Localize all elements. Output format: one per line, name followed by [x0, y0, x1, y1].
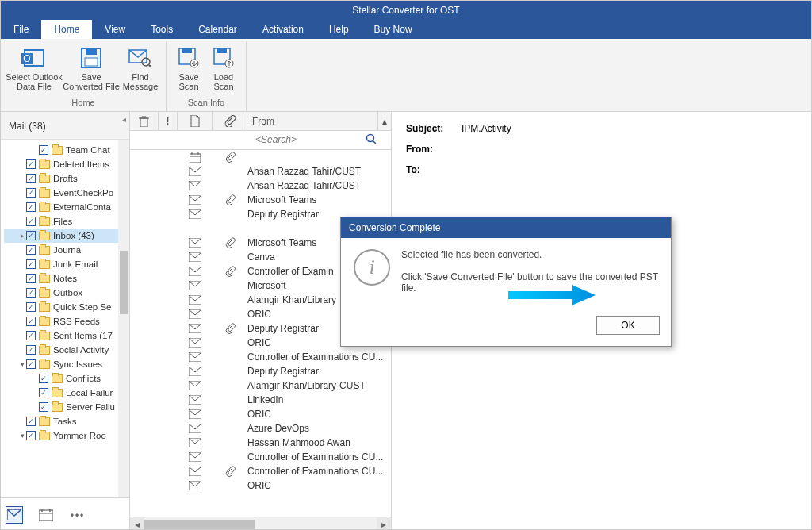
envelope-icon: [178, 352, 213, 362]
checkbox[interactable]: ✓: [26, 174, 36, 183]
folder-item[interactable]: ✓EventCheckPo: [4, 186, 129, 200]
expand-icon[interactable]: ▸: [18, 232, 26, 240]
checkbox[interactable]: ✓: [26, 431, 36, 440]
col-attachment[interactable]: [213, 112, 247, 130]
nav-scrollbar-thumb[interactable]: [120, 251, 128, 314]
message-row[interactable]: Controller of Examinations CU...: [130, 464, 391, 478]
hscroll-thumb[interactable]: [144, 520, 255, 529]
folder-label: EventCheckPo: [53, 188, 113, 198]
message-row[interactable]: Hassan Mahmood Awan: [130, 436, 391, 450]
search-icon[interactable]: [366, 133, 377, 144]
folder-item[interactable]: ✓Quick Step Se: [4, 300, 129, 314]
ribbon-label: Load Scan: [213, 72, 233, 91]
svg-rect-4: [86, 48, 97, 55]
message-row[interactable]: Controller of Examinations CU...: [130, 450, 391, 464]
mail-view-icon[interactable]: [6, 506, 23, 524]
tab-file[interactable]: File: [1, 20, 41, 39]
tab-view[interactable]: View: [92, 20, 138, 39]
checkbox[interactable]: ✓: [26, 245, 36, 255]
checkbox[interactable]: ✓: [26, 302, 36, 312]
tab-home[interactable]: Home: [41, 20, 92, 39]
checkbox[interactable]: ✓: [26, 345, 36, 355]
checkbox[interactable]: ✓: [26, 231, 36, 240]
message-row[interactable]: Ahsan Razzaq Tahir/CUST: [130, 179, 391, 193]
message-row[interactable]: Deputy Registrar: [130, 364, 391, 378]
checkbox[interactable]: ✓: [26, 159, 36, 169]
col-from[interactable]: From: [247, 112, 378, 130]
folder-item[interactable]: ▸✓Inbox (43): [4, 229, 129, 243]
hscroll-right[interactable]: ▸: [377, 517, 391, 530]
ok-button[interactable]: OK: [596, 316, 660, 335]
expand-icon[interactable]: ▾: [18, 432, 26, 440]
checkbox[interactable]: ✓: [39, 402, 48, 412]
nav-scrollbar[interactable]: [118, 140, 129, 497]
folder-icon: [52, 389, 63, 398]
tab-activation[interactable]: Activation: [250, 20, 316, 39]
checkbox[interactable]: ✓: [26, 202, 36, 212]
folder-item[interactable]: ✓Conflicts: [4, 371, 129, 386]
message-row[interactable]: Microsoft Teams: [130, 193, 391, 207]
folder-item[interactable]: ✓RSS Feeds: [4, 314, 129, 328]
message-row[interactable]: [130, 150, 391, 164]
calendar-view-icon[interactable]: [37, 506, 55, 524]
folder-item[interactable]: ✓Notes: [4, 271, 129, 286]
load-scan-button[interactable]: Load Scan: [206, 42, 241, 98]
checkbox[interactable]: ✓: [26, 288, 36, 298]
tab-buynow[interactable]: Buy Now: [362, 20, 425, 39]
checkbox[interactable]: ✓: [26, 417, 36, 426]
hscroll-left[interactable]: ◂: [130, 517, 144, 530]
checkbox[interactable]: ✓: [26, 331, 36, 340]
envelope-icon: [178, 338, 213, 348]
col-importance[interactable]: !: [159, 112, 178, 130]
message-row[interactable]: Ahsan Razzaq Tahir/CUST: [130, 164, 391, 179]
checkbox[interactable]: ✓: [39, 145, 48, 155]
checkbox[interactable]: ✓: [26, 217, 36, 226]
expand-icon[interactable]: ▾: [18, 360, 26, 368]
col-scroll-up[interactable]: ▴: [378, 112, 391, 130]
checkbox[interactable]: ✓: [26, 317, 36, 326]
checkbox[interactable]: ✓: [39, 388, 48, 398]
save-converted-file-button[interactable]: Save Converted File: [63, 42, 120, 98]
folder-item[interactable]: ✓Drafts: [4, 171, 129, 186]
folder-icon: [39, 289, 50, 298]
message-row[interactable]: Controller of Examinations CU...: [130, 350, 391, 364]
more-views-icon[interactable]: •••: [69, 506, 86, 524]
folder-item[interactable]: ✓Sent Items (17: [4, 328, 129, 343]
folder-item[interactable]: ✓Journal: [4, 243, 129, 257]
folder-item[interactable]: ✓Local Failur: [4, 386, 129, 400]
folder-item[interactable]: ✓Server Failu: [4, 400, 129, 414]
list-hscrollbar[interactable]: ◂ ▸: [130, 517, 391, 530]
message-row[interactable]: LinkedIn: [130, 393, 391, 407]
folder-item[interactable]: ✓Social Activity: [4, 343, 129, 357]
tab-calendar[interactable]: Calendar: [186, 20, 250, 39]
tab-help[interactable]: Help: [316, 20, 362, 39]
save-scan-button[interactable]: Save Scan: [171, 42, 206, 98]
col-delete[interactable]: [130, 112, 159, 130]
folder-item[interactable]: ✓Junk Email: [4, 257, 129, 271]
collapse-icon[interactable]: ◂: [122, 115, 126, 124]
col-item-type[interactable]: [178, 112, 213, 130]
folder-item[interactable]: ▾✓Yammer Roo: [4, 428, 129, 443]
checkbox[interactable]: ✓: [26, 188, 36, 198]
checkbox[interactable]: ✓: [26, 259, 36, 269]
folder-item[interactable]: ✓Tasks: [4, 414, 129, 428]
message-row[interactable]: ORIC: [130, 407, 391, 421]
select-outlook-data-file-button[interactable]: O Select Outlook Data File: [6, 42, 63, 98]
message-row[interactable]: Alamgir Khan/Library-CUST: [130, 378, 391, 393]
checkbox[interactable]: ✓: [39, 374, 48, 383]
tab-tools[interactable]: Tools: [138, 20, 186, 39]
find-message-button[interactable]: Find Message: [120, 42, 161, 98]
folder-item[interactable]: ✓Team Chat: [4, 143, 129, 157]
folder-item[interactable]: ✓Files: [4, 214, 129, 229]
folder-item[interactable]: ✓Outbox: [4, 286, 129, 300]
attachment-icon: [213, 266, 247, 277]
folder-item[interactable]: ✓Deleted Items: [4, 157, 129, 171]
search-input[interactable]: [252, 131, 379, 148]
checkbox[interactable]: ✓: [26, 359, 36, 369]
folder-item[interactable]: ▾✓Sync Issues: [4, 357, 129, 371]
folder-item[interactable]: ✓ExternalConta: [4, 200, 129, 214]
message-row[interactable]: ORIC: [130, 478, 391, 493]
folder-label: Tasks: [53, 417, 76, 426]
message-row[interactable]: Azure DevOps: [130, 421, 391, 436]
checkbox[interactable]: ✓: [26, 274, 36, 283]
